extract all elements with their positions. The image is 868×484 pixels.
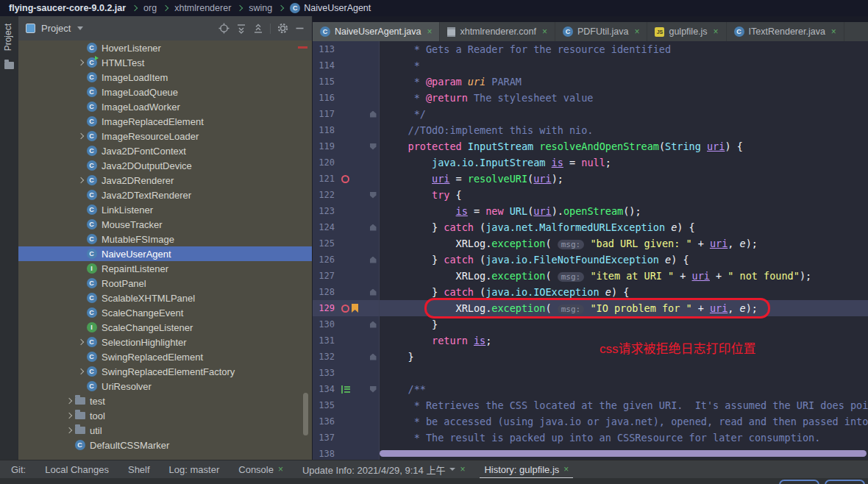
chevron-right-icon[interactable] [63,399,74,403]
tree-scrollbar[interactable] [303,393,308,435]
fold-marker-icon[interactable] [367,138,379,154]
code-line[interactable]: 121 uri = resolveURI(uri); [313,171,868,187]
tree-item-mousetracker[interactable]: CMouseTracker [18,217,312,232]
tree-item-rootpanel[interactable]: CRootPanel [18,276,312,291]
code-line[interactable]: 117 */ [313,106,868,122]
tree-item-util[interactable]: util [18,423,312,438]
code-editor[interactable]: 113 * Gets a Reader for the resource ide… [313,41,868,460]
locate-icon[interactable] [218,23,230,34]
fold-marker-icon[interactable] [367,252,379,268]
tree-item-hoverlistener[interactable]: CHoverListener [18,40,312,55]
code-line[interactable]: 125 XRLog.exception( msg: "bad URL given… [313,235,868,252]
code-line[interactable]: 118 //TOdO:implement this with nio. [313,122,868,138]
expand-all-icon[interactable] [236,24,246,34]
close-icon[interactable]: × [278,464,283,474]
project-stripe-button[interactable]: Project [3,24,13,51]
breadcrumb-jar[interactable]: flying-saucer-core-9.0.2.jar [9,3,126,13]
code-line[interactable]: 128 } catch (java.io.IOException e) { [313,284,868,300]
tree-item-swingreplacedelementfactory[interactable]: CSwingReplacedElementFactory [18,364,312,379]
settings-icon[interactable] [277,23,288,34]
code-line[interactable]: 113 * Gets a Reader for the resource ide… [313,41,868,57]
code-line[interactable]: 124 } catch (java.net.MalformedURLExcept… [313,219,868,235]
code-line[interactable]: 133 [313,365,868,381]
statusbar-tab-shelf[interactable]: Shelf [128,460,150,479]
chevron-right-icon[interactable] [75,369,86,374]
tab-gulpfile.js[interactable]: JSgulpfile.js× [647,22,726,41]
fold-marker-icon[interactable] [367,349,379,365]
breadcrumb-item[interactable]: swing [249,3,272,13]
tree-item-scalablexhtmlpanel[interactable]: CScalableXHTMLPanel [18,291,312,305]
tree-item-imageloadqueue[interactable]: CImageLoadQueue [18,85,312,99]
tree-item-imageloaditem[interactable]: CImageLoadItem [18,70,312,85]
fold-marker-icon[interactable] [367,106,379,122]
breakpoint-icon[interactable] [341,175,349,183]
code-line[interactable]: 114 * [313,57,868,74]
breakpoint-icon[interactable] [341,305,349,313]
code-line[interactable]: 116 * @return The stylesheet value [313,90,868,106]
tree-item-scalechangeevent[interactable]: CScaleChangeEvent [18,305,312,320]
code-line[interactable]: 136 * be accessed (using java.io or java… [313,413,868,430]
code-line[interactable]: 126 } catch (java.io.FileNotFoundExcepti… [313,252,868,268]
breadcrumb-class[interactable]: CNaiveUserAgent [290,3,371,13]
close-icon[interactable]: × [714,27,719,36]
close-icon[interactable]: × [460,464,465,474]
close-icon[interactable]: × [427,27,432,36]
tree-item-imagereplacedelement[interactable]: CImageReplacedElement [18,114,312,129]
tree-item-scalechangelistener[interactable]: IScaleChangeListener [18,320,312,335]
statusbar-tab-console[interactable]: Console× [238,460,283,479]
tab-xhtmlrenderer.conf[interactable]: xhtmlrenderer.conf× [440,22,555,41]
code-line[interactable]: 127 XRLog.exception( msg: "item at URI "… [313,268,868,284]
chevron-down-icon[interactable] [77,26,83,30]
fold-marker-icon[interactable] [367,284,379,300]
chevron-right-icon[interactable] [75,134,86,138]
tree-item-defaultcssmarker[interactable]: CDefaultCSSMarker [18,438,312,452]
horizontal-scrollbar[interactable] [380,450,867,457]
statusbar-tab-local-changes[interactable]: Local Changes [45,460,109,479]
tree-item-java2dfontcontext[interactable]: CJava2DFontContext [18,143,312,158]
code-line[interactable]: 137 * The result is packed up into an CS… [313,430,868,446]
chevron-right-icon[interactable] [63,413,74,418]
tab-naiveuseragent.java[interactable]: CNaiveUserAgent.java× [313,22,440,41]
tree-item-repaintlistener[interactable]: IRepaintListener [18,261,312,276]
code-line[interactable]: 120 java.io.InputStream is = null; [313,154,868,171]
tree-item-htmltest[interactable]: CHTMLTest [18,55,312,70]
tree-item-selectionhighlighter[interactable]: CSelectionHighlighter [18,335,312,349]
close-icon[interactable]: × [634,27,639,36]
tree-item-swingreplacedelement[interactable]: CSwingReplacedElement [18,349,312,364]
tab-itextrenderer.java[interactable]: CITextRenderer.java× [727,22,844,41]
code-line[interactable]: 132 } [313,349,868,365]
chevron-right-icon[interactable] [75,60,86,65]
statusbar-tab-update-info[interactable]: Update Info: 2021/4/29, 9:14 上午× [302,460,465,479]
chevron-right-icon[interactable] [75,340,86,344]
chevron-right-icon[interactable] [75,178,86,182]
tree-item-mutablefsimage[interactable]: CMutableFSImage [18,232,312,246]
tree-item-linklistener[interactable]: CLinkListener [18,202,312,217]
close-icon[interactable]: × [831,27,836,36]
code-line[interactable]: 123 is = new URL(uri).openStream(); [313,203,868,219]
statusbar-tab-log[interactable]: Log: master [169,460,220,479]
tree-item-test[interactable]: test [18,394,312,408]
code-line[interactable]: 122 try { [313,187,868,203]
implemented-marker-icon[interactable] [341,385,350,394]
fold-marker-icon[interactable] [367,316,379,332]
tree-item-java2dtextrenderer[interactable]: CJava2DTextRenderer [18,188,312,202]
code-line[interactable]: 130 } [313,316,868,332]
code-line[interactable]: 134 /** [313,381,868,397]
tree-item-java2doutputdevice[interactable]: CJava2DOutputDevice [18,158,312,173]
bookmark-icon[interactable] [352,304,358,313]
collapse-all-icon[interactable] [253,24,263,34]
tree-item-tool[interactable]: tool [18,408,312,423]
code-line[interactable]: 119 protected InputStream resolveAndOpen… [313,138,868,154]
breadcrumb-item[interactable]: org [143,3,157,13]
code-line[interactable]: 135 * Retrieves the CSS located at the g… [313,397,868,413]
tree-item-uriresolver[interactable]: CUriResolver [18,379,312,394]
tree-item-imageloadworker[interactable]: CImageLoadWorker [18,99,312,114]
hide-icon[interactable] [295,24,305,33]
fold-marker-icon[interactable] [367,381,379,397]
chevron-down-icon[interactable] [449,468,455,471]
chevron-right-icon[interactable] [63,428,74,433]
fold-marker-icon[interactable] [367,187,379,203]
breadcrumb-item[interactable]: xhtmlrenderer [174,3,231,13]
tab-pdfutil.java[interactable]: CPDFUtil.java× [555,22,647,41]
tree-item-naiveuseragent[interactable]: CNaiveUserAgent [18,246,312,261]
